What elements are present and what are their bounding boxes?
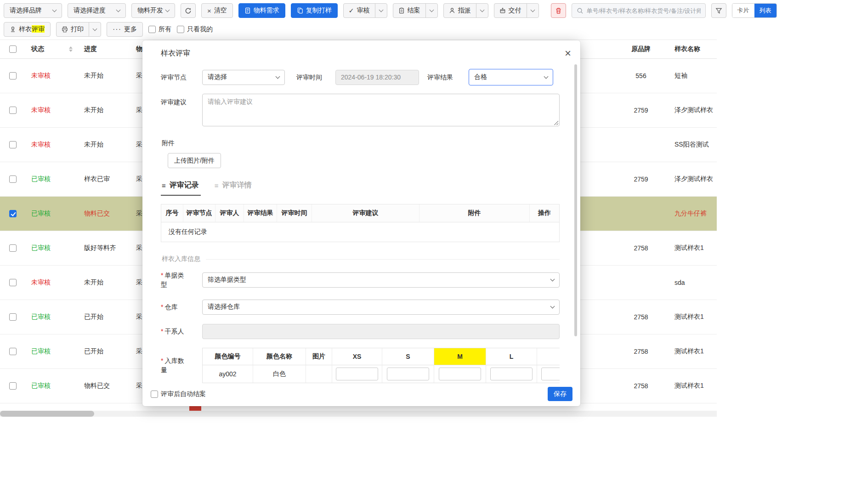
sort-icon[interactable] (69, 46, 73, 52)
required-asterisk: * (161, 328, 163, 335)
row-brand: 2759 (616, 176, 666, 183)
size-s-input[interactable] (387, 368, 429, 380)
horizontal-scrollbar[interactable] (0, 411, 717, 417)
search-icon (577, 7, 584, 14)
clear-button[interactable]: × 清空 (201, 3, 233, 18)
clear-icon: × (207, 7, 211, 14)
delete-button[interactable] (551, 3, 566, 18)
row-progress: 物料已交 (78, 382, 133, 390)
dialog-title: 样衣评审 (161, 49, 190, 58)
row-name: 九分牛仔裤 (666, 210, 717, 218)
row-progress: 样衣已审 (78, 175, 133, 183)
only-mine-checkbox-group[interactable]: 只看我的 (177, 25, 213, 34)
close-icon[interactable]: × (565, 48, 571, 59)
chevron-down-icon (116, 7, 121, 12)
only-mine-checkbox[interactable] (177, 26, 184, 33)
app-page: 请选择品牌 请选择进度 物料开发 × 清空 物料需求 复制打样 ✓ (0, 0, 867, 504)
row-checkbox[interactable] (9, 279, 17, 286)
copy-sample-button[interactable]: 复制打样 (291, 3, 338, 18)
column-header-status[interactable]: 状态 (26, 45, 78, 53)
audit-button[interactable]: ✓ 审核 (344, 4, 375, 17)
list-view-button[interactable]: 列表 (754, 4, 776, 17)
auto-close-checkbox-group[interactable]: 评审后自动结案 (151, 390, 206, 398)
assign-dropdown-toggle[interactable] (476, 4, 488, 17)
size-xl-input[interactable] (541, 368, 560, 380)
review-result-select[interactable]: 合格 (469, 69, 553, 85)
all-checkbox[interactable] (148, 26, 156, 33)
sample-review-button[interactable]: 样衣评审 (4, 22, 51, 37)
printer-icon (62, 26, 68, 33)
funnel-icon (715, 7, 722, 14)
progress-filter-select[interactable]: 请选择进度 (68, 3, 126, 18)
row-checkbox[interactable] (9, 176, 17, 183)
print-button[interactable]: 打印 (57, 23, 89, 36)
chevron-down-icon (550, 304, 555, 308)
material-filter-select[interactable]: 物料开发 (131, 3, 175, 18)
required-asterisk: * (161, 357, 163, 364)
chevron-down-icon (480, 7, 484, 12)
audit-dropdown-toggle[interactable] (375, 4, 387, 17)
size-m-highlighted-header: M (434, 348, 486, 365)
close-case-dropdown-toggle[interactable] (425, 4, 437, 17)
search-input[interactable] (587, 7, 701, 14)
row-name: sda (666, 279, 717, 286)
row-checkbox[interactable] (9, 72, 17, 79)
progress-filter-label: 请选择进度 (74, 6, 106, 15)
copy-icon (297, 7, 303, 14)
warehouse-select[interactable]: 请选择仓库 (202, 300, 560, 315)
material-demand-button[interactable]: 物料需求 (238, 3, 285, 18)
dialog-footer: 评审后自动结案 保存 (151, 387, 572, 401)
row-progress: 物料已交 (78, 210, 133, 218)
save-button[interactable]: 保存 (548, 387, 572, 401)
row-brand: 2759 (616, 107, 666, 114)
row-checkbox[interactable] (9, 313, 17, 321)
assign-button[interactable]: 指派 (444, 4, 476, 17)
qty-table-viewport: 颜色编号 颜色名称 图片 XS S M L X ay002 白色 (202, 348, 560, 383)
select-all-checkbox[interactable] (9, 45, 17, 53)
card-view-button[interactable]: 卡片 (732, 4, 754, 17)
row-progress: 已开始 (78, 313, 133, 321)
filter-button[interactable] (711, 3, 726, 18)
review-time-label: 评审时间 (296, 73, 335, 82)
doc-type-select[interactable]: 筛选单据类型 (202, 272, 560, 288)
dialog-body: 评审节点 请选择 评审时间 2024-06-19 18:20:30 评审结果 合… (142, 59, 580, 383)
check-icon: ✓ (349, 7, 354, 14)
storage-section-title: 样衣入库信息 (162, 255, 560, 263)
row-checkbox[interactable] (9, 348, 17, 355)
row-checkbox[interactable] (9, 141, 17, 148)
secondary-toolbar: 样衣评审 打印 ··· 更多 所有 只看我的 (0, 21, 867, 40)
row-progress: 已开始 (78, 347, 133, 356)
all-checkbox-group[interactable]: 所有 (148, 25, 171, 34)
deliver-icon (499, 7, 506, 14)
main-toolbar: 请选择品牌 请选择进度 物料开发 × 清空 物料需求 复制打样 ✓ (0, 0, 867, 21)
review-suggestion-label: 评审建议 (161, 97, 202, 107)
qty-table: 颜色编号 颜色名称 图片 XS S M L X ay002 白色 (202, 348, 560, 383)
doc-type-label: *单据类型 (161, 271, 202, 289)
auto-close-checkbox[interactable] (151, 391, 158, 398)
row-checkbox[interactable] (9, 244, 17, 252)
review-suggestion-textarea[interactable] (202, 94, 560, 126)
row-progress: 未开始 (78, 141, 133, 149)
review-result-label: 评审结果 (427, 73, 469, 82)
more-button[interactable]: ··· 更多 (107, 22, 143, 37)
refresh-button[interactable] (181, 3, 196, 18)
color-name-cell: 白色 (253, 365, 306, 383)
size-xs-input[interactable] (336, 368, 378, 380)
scrollbar-thumb[interactable] (0, 411, 94, 417)
size-l-input[interactable] (490, 368, 533, 380)
brand-filter-select[interactable]: 请选择品牌 (4, 3, 62, 18)
size-m-input[interactable] (439, 368, 481, 380)
print-dropdown-toggle[interactable] (89, 23, 101, 36)
tab-review-records[interactable]: ≡ 评审记录 (161, 181, 201, 196)
upload-attachment-button[interactable]: 上传图片/附件 (168, 153, 221, 168)
review-node-select[interactable]: 请选择 (202, 70, 285, 85)
tab-review-details[interactable]: ≡ 评审详情 (214, 181, 254, 196)
row-checkbox[interactable] (9, 107, 17, 114)
row-checkbox[interactable] (9, 210, 17, 217)
row-checkbox[interactable] (9, 382, 17, 390)
row-progress: 未开始 (78, 72, 133, 80)
row-status: 未审核 (26, 141, 78, 149)
close-case-button[interactable]: 结案 (393, 4, 425, 17)
deliver-dropdown-toggle[interactable] (527, 4, 538, 17)
deliver-button[interactable]: 交付 (494, 4, 527, 17)
